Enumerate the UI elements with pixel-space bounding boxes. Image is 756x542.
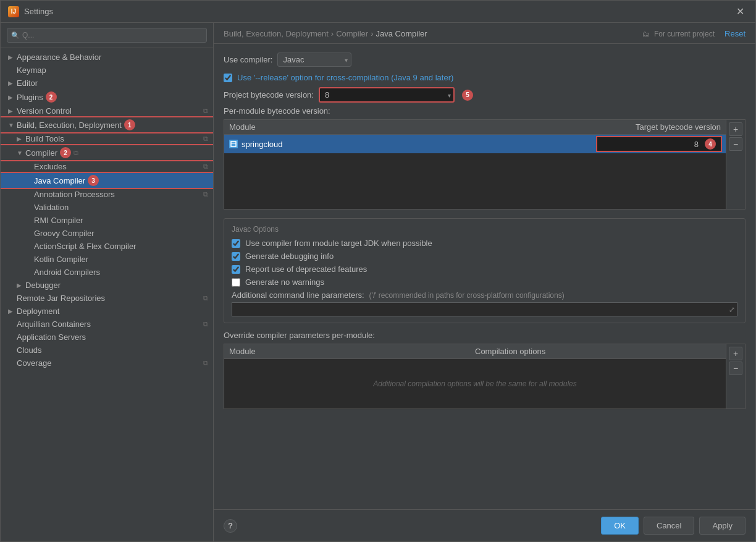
override-col-options: Compilation options [475,347,721,356]
sidebar-item-label: Compiler [25,148,57,158]
sidebar-item-compiler[interactable]: ▼ Compiler 2 ⧉ [1,145,213,160]
sidebar-item-deployment[interactable]: ▶ Deployment [1,305,213,318]
sidebar-item-label: Appearance & Behavior [17,53,101,62]
table-row[interactable]: springcloud 8 4 [224,135,726,153]
sidebar-item-plugins[interactable]: ▶ Plugins 2 [1,90,213,104]
title-bar-left: IJ Settings [8,6,53,17]
copy-icon: ⧉ [203,135,208,143]
sidebar-item-version-control[interactable]: ▶ Version Control ⧉ [1,104,213,117]
sidebar-item-clouds[interactable]: Clouds [1,344,213,357]
sidebar-item-remote-jar-repositories[interactable]: Remote Jar Repositories ⧉ [1,292,213,305]
cross-compile-label: Use '--release' option for cross-compila… [237,73,453,82]
sidebar-item-label: RMI Compiler [34,216,83,225]
sidebar-item-actionscript-flex[interactable]: ActionScript & Flex Compiler [1,240,213,253]
sidebar-item-validation[interactable]: Validation [1,201,213,214]
help-button[interactable]: ? [224,519,237,533]
sidebar-item-label: Version Control [17,106,72,116]
javac-checkbox-row-0: Use compiler from module target JDK when… [232,239,737,248]
breadcrumb-part-2: Compiler [336,29,368,38]
sidebar-item-java-compiler[interactable]: Java Compiler 3 [1,173,213,188]
override-table-container: Module Compilation options Additional co… [224,344,746,409]
sidebar-item-annotation-processors[interactable]: Annotation Processors ⧉ [1,188,213,201]
sidebar-item-build-tools[interactable]: ▶ Build Tools ⧉ [1,132,213,145]
sidebar-item-label: Remote Jar Repositories [17,294,105,303]
javac-checkbox-3[interactable] [232,278,240,287]
sidebar-item-debugger[interactable]: ▶ Debugger [1,279,213,292]
javac-checkbox-label-2: Report use of deprecated features [245,265,367,274]
sidebar-item-coverage[interactable]: Coverage ⧉ [1,357,213,370]
copy-icon: ⧉ [203,107,208,115]
col-bytecode-header: Target bytecode version [597,122,721,132]
title-bar: IJ Settings ✕ [1,1,755,23]
cancel-button[interactable]: Cancel [644,517,694,535]
sidebar-item-label: Deployment [17,307,59,316]
breadcrumb: Build, Execution, Deployment › Compiler … [224,29,427,38]
override-table-main: Module Compilation options Additional co… [224,344,726,409]
collapse-arrow: ▶ [8,94,17,101]
compiler-select[interactable]: Javac [277,53,351,67]
bytecode-input[interactable] [319,87,455,103]
javac-checkbox-0[interactable] [232,239,240,248]
sidebar-item-build-execution-deployment[interactable]: ▼ Build, Execution, Deployment 1 [1,117,213,132]
collapse-arrow: ▶ [17,282,25,289]
collapse-arrow: ▶ [8,108,17,114]
sidebar-item-excludes[interactable]: Excludes ⧉ [1,160,213,173]
per-module-label: Per-module bytecode version: [224,106,746,116]
per-module-table-body: springcloud 8 4 [224,135,726,209]
sidebar-item-groovy-compiler[interactable]: Groovy Compiler [1,227,213,240]
copy-icon: ⧉ [203,359,208,367]
close-button[interactable]: ✕ [733,4,748,19]
use-compiler-row: Use compiler: Javac ▾ [224,53,746,67]
apply-button[interactable]: Apply [699,517,746,535]
sidebar-item-rmi-compiler[interactable]: RMI Compiler [1,214,213,227]
breadcrumb-sep-1: › [331,29,334,38]
collapse-arrow: ▼ [8,122,17,129]
remove-module-button[interactable]: − [729,137,742,151]
search-input[interactable] [7,28,207,43]
remove-override-button[interactable]: − [729,362,742,375]
sidebar-item-appearance-behavior[interactable]: ▶ Appearance & Behavior [1,51,213,64]
project-bytecode-label: Project bytecode version: [224,90,314,100]
bytecode-cell-badge: 4 [702,138,716,150]
sidebar-item-label: Annotation Processors [34,190,115,199]
sidebar-item-label: Editor [17,78,38,88]
override-section-label: Override compiler parameters per-module: [224,331,746,340]
sidebar-item-label: Kotlin Compiler [34,255,88,264]
content-panel: Build, Execution, Deployment › Compiler … [214,23,755,541]
sidebar-item-application-servers[interactable]: Application Servers [1,331,213,344]
additional-params-section: Additional command line parameters: ('/'… [232,290,737,316]
copy-icon: ⧉ [203,320,208,328]
sidebar-item-editor[interactable]: ▶ Editor [1,77,213,90]
sidebar-item-keymap[interactable]: Keymap [1,64,213,77]
svg-rect-0 [231,142,236,146]
copy-icon: ⧉ [74,149,78,157]
javac-checkbox-2[interactable] [232,265,240,274]
bytecode-cell: 8 4 [597,137,721,151]
compiler-badge: 2 [60,147,71,158]
collapse-arrow: ▶ [8,80,17,87]
reset-link[interactable]: Reset [724,29,746,38]
sidebar-item-label: ActionScript & Flex Compiler [34,242,136,251]
additional-params-input[interactable] [232,302,737,316]
add-module-button[interactable]: + [729,122,742,136]
bytecode-value: 8 [694,140,699,149]
additional-params-hint: ('/' recommended in paths for cross-plat… [369,291,565,300]
ok-button[interactable]: OK [601,517,639,535]
sidebar-item-label: Java Compiler [34,176,85,185]
javac-checkbox-1[interactable] [232,252,240,261]
additional-params-label-row: Additional command line parameters: ('/'… [232,290,737,300]
expand-icon[interactable]: ⤢ [729,305,735,314]
add-override-button[interactable]: + [729,347,742,360]
sidebar-item-label: Groovy Compiler [34,229,94,238]
breadcrumb-part-3: Java Compiler [376,29,427,38]
bottom-bar: ? OK Cancel Apply [214,509,755,541]
sidebar-item-kotlin-compiler[interactable]: Kotlin Compiler [1,253,213,266]
sidebar-item-label: Validation [34,203,69,212]
java-compiler-badge: 3 [88,175,99,186]
sidebar-item-android-compilers[interactable]: Android Compilers [1,266,213,279]
sidebar-item-label: Clouds [17,345,41,355]
sidebar-item-arquillian-containers[interactable]: Arquillian Containers ⧉ [1,318,213,331]
override-side-buttons: + − [726,344,745,409]
cross-compile-checkbox[interactable] [224,74,232,82]
content-body: Use compiler: Javac ▾ Use '--release' op… [214,44,755,509]
